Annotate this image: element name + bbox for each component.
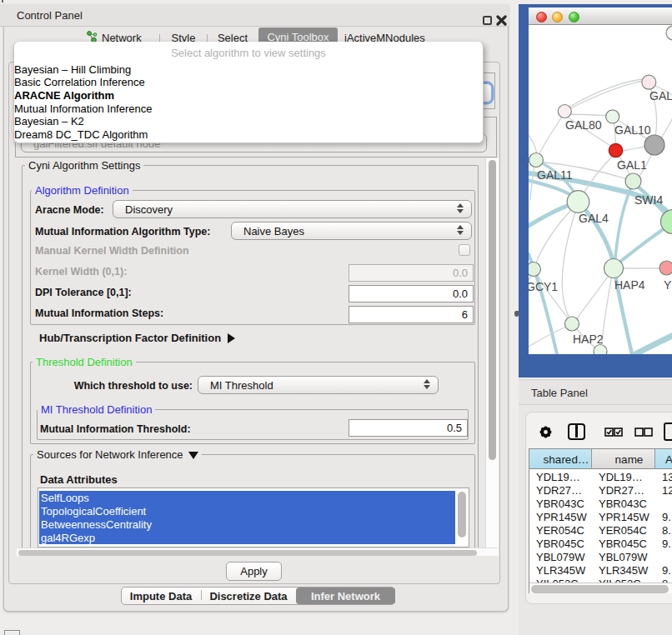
mi-steps-field[interactable]: 6: [349, 306, 474, 323]
table-panel-header[interactable]: Table Panel: [519, 379, 672, 405]
network-node-gal4[interactable]: [567, 191, 589, 213]
manual-kernel-checkbox[interactable]: [459, 244, 470, 256]
column-header[interactable]: shared…: [529, 449, 592, 469]
network-edge[interactable]: [581, 152, 616, 198]
network-node-y[interactable]: [659, 261, 672, 275]
network-window-titlebar[interactable]: [529, 8, 672, 25]
which-threshold-label: Which threshold to use:: [67, 380, 193, 392]
network-node[interactable]: [594, 345, 607, 355]
network-node-gal1[interactable]: [609, 143, 622, 157]
columns-icon[interactable]: [568, 423, 585, 440]
table-row[interactable]: YER054CYER054C8.: [529, 523, 672, 537]
network-edge[interactable]: [535, 272, 569, 320]
table-cell: YDR27…: [529, 483, 592, 497]
network-edge[interactable]: [535, 204, 577, 265]
network-node-label: GAL11: [537, 168, 573, 182]
mi-type-combo[interactable]: Naive Bayes: [231, 222, 472, 240]
column-header[interactable]: name: [592, 449, 655, 469]
attribute-list-item[interactable]: gal4RGexp: [41, 532, 95, 544]
network-edge[interactable]: [562, 204, 578, 321]
network-canvas[interactable]: GALGAL80GAL10GAL1GAL11SWI4GAL4GCY1HAP4YH…: [529, 25, 672, 354]
float-window-icon[interactable]: [483, 16, 492, 25]
hub-definition-toggle[interactable]: Hub/Transcription Factor Definition: [39, 332, 235, 344]
attribute-list-item[interactable]: TopologicalCoefficient: [41, 505, 146, 518]
control-panel-titlebar[interactable]: Control Panel: [0, 4, 509, 27]
table-cell: YER054C: [529, 523, 592, 537]
table-row[interactable]: YBL079WYBL079W: [529, 550, 672, 563]
network-node-gal11[interactable]: [529, 153, 544, 168]
popup-item[interactable]: Basic Correlation Inference: [14, 76, 145, 88]
popup-item[interactable]: Dream8 DC_TDC Algorithm: [14, 128, 148, 141]
mi-steps-label: Mutual Information Steps:: [35, 308, 163, 319]
minimized-panel-icon[interactable]: [4, 630, 20, 635]
table-cell: 13: [655, 470, 672, 483]
network-node-hap4[interactable]: [604, 259, 624, 278]
algorithm-dropdown-popup: Select algorithm to view settings Bayesi…: [13, 42, 484, 143]
apply-button[interactable]: Apply: [226, 562, 282, 581]
network-node-label: GCY1: [529, 280, 558, 293]
table-row[interactable]: YIL052CYIL052C8: [529, 577, 672, 582]
network-node-swi4[interactable]: [625, 173, 641, 189]
deselect-all-checkboxes-icon[interactable]: [634, 426, 653, 441]
table-row[interactable]: YLR345WYLR345W9.: [529, 563, 672, 577]
attribute-list-item[interactable]: BetweennessCentrality: [41, 518, 152, 531]
network-node[interactable]: [644, 135, 664, 155]
network-edge[interactable]: [538, 115, 563, 158]
popup-item[interactable]: Mutual Information Inference: [14, 102, 152, 115]
aracne-mode-combo[interactable]: Discovery: [113, 200, 472, 218]
which-threshold-combo[interactable]: MI Threshold: [198, 376, 439, 394]
bottom-tab-infer-network[interactable]: Infer Network: [296, 588, 395, 604]
minimize-traffic-light[interactable]: [552, 12, 563, 22]
close-icon[interactable]: [496, 15, 507, 26]
which-threshold-value: MI Threshold: [210, 379, 273, 392]
bottom-tab-discretize-data[interactable]: Discretize Data: [201, 588, 296, 604]
kernel-width-field[interactable]: 0.0: [349, 264, 474, 282]
table-row[interactable]: YBR045CYBR045C9.: [529, 537, 672, 550]
network-node-gal80[interactable]: [558, 105, 571, 118]
popup-item[interactable]: ARACNE Algorithm: [14, 89, 114, 102]
settings-vertical-scrollbar[interactable]: [485, 158, 499, 548]
close-traffic-light[interactable]: [536, 12, 547, 22]
popup-item[interactable]: Bayesian – Hill Climbing: [14, 63, 131, 76]
select-all-checkboxes-icon[interactable]: [604, 426, 623, 441]
network-node[interactable]: [666, 26, 672, 40]
table-cell: 12: [655, 483, 672, 497]
network-node-label: GAL1: [617, 158, 647, 172]
table-row[interactable]: YPR145WYPR145W9.: [529, 510, 672, 523]
network-edge[interactable]: [575, 271, 612, 321]
node-attribute-table[interactable]: shared…nameA YDL19…YDL19…13YDR27…YDR27…1…: [529, 448, 672, 593]
list-scrollbar-thumb[interactable]: [458, 492, 466, 538]
network-node-gcy1[interactable]: [529, 262, 541, 277]
sources-title-toggle[interactable]: Sources for Network Inference: [33, 448, 202, 461]
table-row[interactable]: YDL19…YDL19…13: [529, 470, 672, 483]
table-cell: YIL052C: [592, 577, 655, 582]
network-node-hap2[interactable]: [565, 317, 579, 331]
table-cell: YBR043C: [529, 497, 592, 510]
table-row[interactable]: YDR27…YDR27…12: [529, 483, 672, 497]
settings-horizontal-scrollbar[interactable]: [17, 548, 499, 556]
table-row[interactable]: YBR043CYBR043C: [529, 497, 672, 510]
document-icon[interactable]: [664, 422, 672, 441]
table-cell: 9.: [655, 510, 672, 523]
column-header[interactable]: A: [655, 449, 672, 469]
mi-threshold-field[interactable]: 0.5: [349, 419, 468, 437]
network-edge[interactable]: [570, 81, 643, 108]
combo-arrows-icon: [457, 203, 464, 213]
zoom-traffic-light[interactable]: [569, 12, 579, 22]
horizontal-scrollbar-thumb[interactable]: [18, 550, 477, 556]
bottom-tab-impute-data[interactable]: Impute Data: [121, 588, 201, 604]
data-attributes-list[interactable]: SelfLoopsTopologicalCoefficientBetweenne…: [38, 488, 469, 548]
hub-definition-label: Hub/Transcription Factor Definition: [39, 332, 221, 344]
attribute-list-item[interactable]: SelfLoops: [41, 492, 89, 504]
popup-item[interactable]: Bayesian – K2: [14, 115, 84, 128]
table-cell: 8: [655, 577, 672, 582]
threshold-definition-title: Threshold Definition: [33, 356, 136, 368]
gear-icon[interactable]: [537, 423, 554, 444]
table-hscrollbar-thumb[interactable]: [531, 585, 669, 593]
network-node-gal[interactable]: [642, 75, 656, 89]
table-cell: YPR145W: [592, 510, 655, 523]
network-node-gal10[interactable]: [606, 110, 619, 123]
dpi-tolerance-field[interactable]: 0.0: [349, 285, 474, 302]
table-horizontal-scrollbar[interactable]: [529, 582, 672, 593]
vertical-scrollbar-thumb[interactable]: [489, 160, 496, 460]
